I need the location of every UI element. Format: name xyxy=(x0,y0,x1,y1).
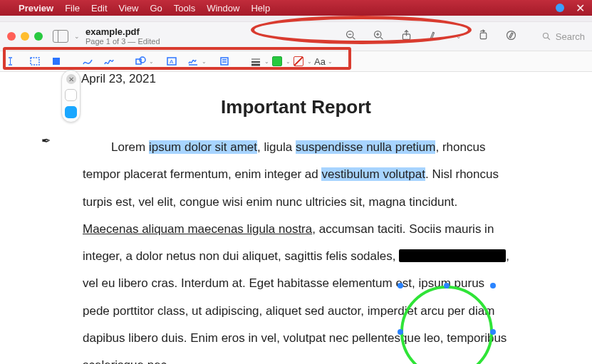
search-placeholder: Search xyxy=(556,31,585,42)
svg-rect-18 xyxy=(53,58,60,65)
svg-line-13 xyxy=(548,38,550,40)
highlighted-text[interactable]: vestibulum volutpat xyxy=(321,167,425,181)
redacted-text[interactable] xyxy=(399,249,506,262)
zoom-button[interactable] xyxy=(34,32,43,41)
close-button[interactable] xyxy=(7,32,16,41)
stroke-color-tool[interactable]: ⌄ xyxy=(268,53,286,69)
close-popover-button[interactable]: ✕ xyxy=(66,74,76,84)
rotate-button[interactable] xyxy=(477,29,489,44)
svg-line-4 xyxy=(380,37,383,39)
share-button[interactable] xyxy=(400,29,412,44)
highlighted-text[interactable]: suspendisse nulla pretium xyxy=(296,140,436,154)
menu-help[interactable]: Help xyxy=(251,3,270,14)
svg-text:I: I xyxy=(9,57,11,66)
app-name[interactable]: Preview xyxy=(19,3,53,14)
highlighted-text[interactable]: ipsum dolor sit amet xyxy=(149,140,257,154)
pen-cursor-icon: ✒︎ xyxy=(41,134,51,147)
markup-toolbar: I ⌄ A ⌄ ⌄ ⌄ ⌄ Aa⌄ xyxy=(0,51,592,72)
window-title-block: example.pdf Page 1 of 3 — Edited xyxy=(85,27,160,46)
menu-window[interactable]: Window xyxy=(207,3,239,14)
pdf-page: April 23, 2021 Important Report Lorem ip… xyxy=(0,72,592,364)
traffic-lights xyxy=(7,32,43,41)
text-style-tool[interactable]: Aa⌄ xyxy=(311,53,336,69)
sign-tool[interactable]: ⌄ xyxy=(184,53,202,69)
fill-color-tool[interactable]: ⌄ xyxy=(289,53,308,69)
resize-handle-mr[interactable] xyxy=(490,329,496,335)
svg-rect-17 xyxy=(31,58,39,65)
resize-handle-ml[interactable] xyxy=(398,329,403,335)
instant-alpha-tool[interactable] xyxy=(47,53,66,69)
highlight-chevron-icon[interactable]: ⌄ xyxy=(456,33,462,40)
svg-rect-24 xyxy=(221,58,228,65)
search-icon xyxy=(541,31,551,41)
document-filename: example.pdf xyxy=(85,27,160,37)
circle-outline xyxy=(400,286,493,364)
preview-window: ⌄ example.pdf Page 1 of 3 — Edited ⌄ xyxy=(0,21,592,364)
note-tool[interactable] xyxy=(215,53,234,69)
sketch-tool[interactable] xyxy=(78,53,97,69)
menubar-status-icon[interactable] xyxy=(556,4,564,12)
svg-point-11 xyxy=(507,31,515,39)
rect-selection-tool[interactable] xyxy=(26,53,44,69)
highlight-button[interactable] xyxy=(428,29,440,44)
minimize-button[interactable] xyxy=(21,32,29,41)
menu-file[interactable]: File xyxy=(65,3,80,14)
color-popover[interactable]: ✕ xyxy=(61,70,81,123)
sidebar-toggle-button[interactable] xyxy=(53,30,68,43)
svg-text:A: A xyxy=(170,58,174,65)
resize-handle-tc[interactable] xyxy=(444,283,450,288)
underlined-text[interactable]: Maecenas aliquam maecenas ligula nostra xyxy=(83,222,312,236)
resize-handle-tl[interactable] xyxy=(398,283,403,288)
text-run: Lorem xyxy=(111,140,149,154)
document-title: Important Report xyxy=(83,96,509,118)
border-style-tool[interactable]: ⌄ xyxy=(246,53,265,69)
draw-tool[interactable] xyxy=(100,53,118,69)
resize-handle-tr[interactable] xyxy=(490,283,496,288)
color-option-blue[interactable] xyxy=(65,106,77,118)
menu-edit[interactable]: Edit xyxy=(91,3,107,14)
svg-rect-10 xyxy=(480,33,487,39)
text-selection-tool[interactable]: I xyxy=(4,53,23,69)
document-subtitle: Page 1 of 3 — Edited xyxy=(85,37,160,46)
text-tool[interactable]: A xyxy=(162,53,181,69)
document-date: April 23, 2021 xyxy=(81,72,509,86)
text-run: , ligula xyxy=(257,140,296,154)
menu-go[interactable]: Go xyxy=(150,3,162,14)
titlebar: ⌄ example.pdf Page 1 of 3 — Edited ⌄ xyxy=(0,22,592,51)
menu-view[interactable]: View xyxy=(119,3,139,14)
macos-menubar: Preview File Edit View Go Tools Window H… xyxy=(0,0,592,16)
svg-line-1 xyxy=(353,37,355,39)
shapes-tool[interactable]: ⌄ xyxy=(131,53,150,69)
menu-tools[interactable]: Tools xyxy=(174,3,195,14)
color-option-none[interactable] xyxy=(65,89,77,101)
circle-shape[interactable] xyxy=(400,286,493,364)
svg-point-20 xyxy=(140,57,145,63)
sidebar-toggle-chevron-icon[interactable]: ⌄ xyxy=(74,33,80,40)
svg-point-12 xyxy=(543,33,548,38)
toolbar-right: ⌄ Search xyxy=(345,29,585,44)
zoom-out-button[interactable] xyxy=(345,29,357,44)
markup-toggle-button[interactable] xyxy=(505,29,517,44)
search-field[interactable]: Search xyxy=(541,31,585,42)
zoom-in-button[interactable] xyxy=(373,29,385,44)
document-viewport[interactable]: April 23, 2021 Important Report Lorem ip… xyxy=(0,72,592,364)
close-window-icon[interactable]: ✕ xyxy=(576,1,585,15)
